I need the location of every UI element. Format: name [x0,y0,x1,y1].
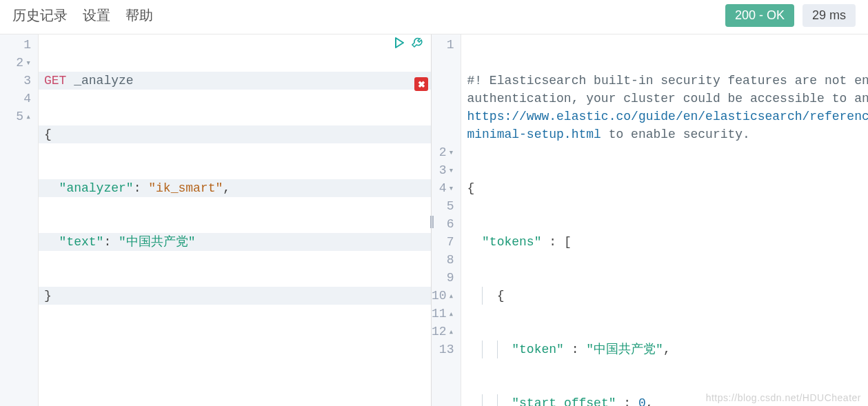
gutter-line: 4 [0,90,38,108]
nav-links: 历史记录 设置 帮助 [12,6,153,25]
watermark: https://blog.csdn.net/HDUCheater [706,392,861,403]
nav-settings[interactable]: 设置 [83,6,110,25]
gutter-line: 12▴ [432,323,461,341]
response-pane: 1 2▾ 3▾ 4▾ 5 6 7 8 9 10▴ 11▴ 12▴ 13 #! E… [432,34,868,406]
response-gutter: 1 2▾ 3▾ 4▾ 5 6 7 8 9 10▴ 11▴ 12▴ 13 [432,34,461,406]
gutter-line: 11▴ [432,305,461,323]
response-viewer[interactable]: #! Elasticsearch built-in security featu… [461,34,868,406]
gutter-line: 13 [432,341,461,358]
http-method: GET [44,74,66,88]
gutter-line: 9 [432,269,461,287]
resize-handle-icon[interactable]: ‖ [429,214,435,229]
gutter-line: 5 [432,197,461,215]
gutter-line: 2▾ [432,143,461,161]
security-warning: #! Elasticsearch built-in security featu… [461,72,868,143]
request-gutter: 1 2▾ 3 4 5▴ [0,34,39,406]
gutter-line: 6 [432,215,461,233]
run-icon[interactable] [392,36,406,50]
header-bar: 历史记录 设置 帮助 200 - OK 29 ms [0,0,868,34]
wrench-icon[interactable] [410,36,424,50]
request-editor[interactable]: GET _analyze { "analyzer": "ik_smart", "… [39,34,431,406]
endpoint: _analyze [74,74,133,88]
gutter-line: 1 [432,36,461,143]
nav-help[interactable]: 帮助 [125,6,153,25]
gutter-line: 2▾ [0,54,38,72]
gutter-line: 3 [0,72,38,90]
gutter-line: 5▴ [0,108,38,125]
gutter-line: 3▾ [432,161,461,179]
gutter-line: 10▴ [432,287,461,305]
gutter-line: 1 [0,36,38,54]
gutter-line: 7 [432,233,461,251]
nav-history[interactable]: 历史记录 [12,6,68,25]
timing-badge: 29 ms [803,4,856,27]
svg-marker-0 [396,38,403,48]
error-icon[interactable]: ✖ [414,77,428,91]
request-pane: ✖ 1 2▾ 3 4 5▴ GET _analyze { "analyzer":… [0,34,432,406]
gutter-line: 4▾ [432,179,461,197]
status-badge: 200 - OK [725,4,794,27]
gutter-line: 8 [432,251,461,269]
split-container: ✖ 1 2▾ 3 4 5▴ GET _analyze { "analyzer":… [0,34,868,406]
